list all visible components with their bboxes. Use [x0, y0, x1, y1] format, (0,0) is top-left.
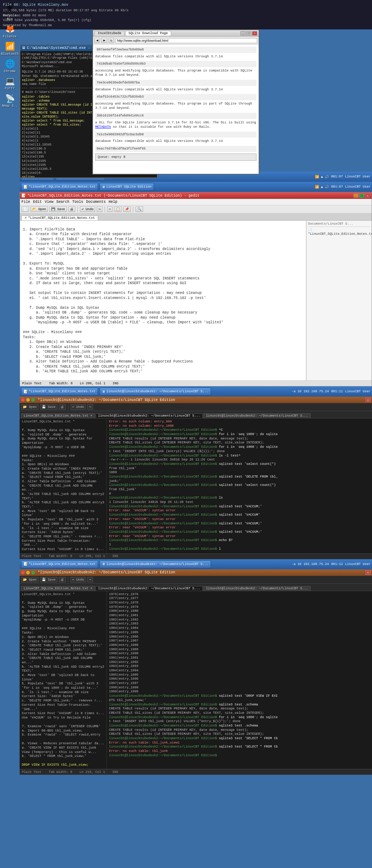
sidebar-item-putty[interactable]: 💻 PuTTY — [1, 75, 19, 91]
time-1: 001:07 — [331, 175, 343, 179]
forward-btn[interactable]: ▶ — [101, 38, 107, 43]
term-print-btn-3b[interactable]: 🖨 — [59, 577, 66, 582]
term-redo-btn-3b[interactable]: ↪ — [87, 577, 93, 582]
menu-file[interactable]: File — [21, 200, 30, 204]
term-pos-3b: Ln 219, Col 1 — [80, 770, 105, 774]
toolbar-sep-2 — [105, 206, 105, 212]
gedit-editor[interactable]: 1. Import File/File Data a. Create the f… — [20, 221, 306, 380]
sidebar-item-chrome[interactable]: 🌐 Chrome — [1, 58, 19, 74]
gedit-titlebar: 📝 *LinuxCBT_SQLite_Edition_Notes.txt (~D… — [20, 192, 372, 199]
term-print-btn-3a[interactable]: 🖨 — [59, 404, 66, 410]
menu-help[interactable]: Help — [109, 200, 117, 204]
user-3b: LinuxCBT User — [345, 562, 371, 566]
open-btn[interactable]: 📂 Open — [31, 206, 48, 212]
gedit-maximize-btn[interactable]: □ — [359, 193, 364, 198]
metadata-link[interactable]: METADATA — [95, 125, 111, 129]
notes-icon-3a: 📝 — [24, 390, 28, 394]
desktop: File 06: SQLite Miscellany.mov 173,958,5… — [0, 0, 372, 775]
video-detail-4: Generated by Thumbnail.me — [3, 23, 369, 28]
sidebar-item-bluetooth[interactable]: 📶 Bluetooth — [1, 40, 19, 57]
recycle-bin-label: Recycle Bin — [2, 14, 18, 21]
browser-tab-1[interactable]: InuxCbtubede — [94, 31, 125, 36]
filefox-label: FileFox — [3, 35, 17, 39]
term-save-btn-3b[interactable]: 💾 Save — [40, 577, 57, 582]
file-type: Plain Text — [22, 382, 42, 385]
terminal-tab-session1-3a[interactable]: linuxcbt@linuxcbtubudesk2: ~/Documents/L… — [96, 413, 203, 418]
content-line-17: f. Dump MySQL data in SQL Syntax — [23, 306, 99, 310]
tab-width: Tab Width: 8 — [49, 382, 73, 385]
sidebar-item-recycle-bin[interactable]: 🗑 Recycle Bin — [1, 2, 19, 22]
new-btn[interactable]: 📄 — [21, 206, 29, 212]
taskbar-btn-sqlite-ed-2[interactable]: 🖥 LinuxCBT SQLite Edition — [100, 183, 154, 191]
notes-icon-3b: 📝 — [24, 562, 28, 566]
tab-close-icon[interactable]: × — [25, 216, 27, 220]
terminal-dot-green-3b[interactable] — [31, 571, 35, 574]
terminal-close-3a[interactable]: × — [365, 398, 371, 402]
menu-tools[interactable]: Tools — [72, 200, 83, 204]
term-open-btn-3b[interactable]: 📂 Open — [21, 577, 39, 582]
terminal-dot-red[interactable] — [21, 398, 25, 402]
content-line-7 — [23, 257, 25, 261]
terminal-dot-yellow-3b[interactable] — [26, 571, 30, 574]
taskbar-btn-terminal-3b[interactable]: 🖥 linuxcbt@linuxcbtubudesk2: ~/Documents… — [100, 560, 211, 568]
taskbar-btn-notes-3a[interactable]: 📝 *LinuxCBT_SQLite_Edition_Notes.txt — [21, 388, 98, 396]
term-save-btn-3a[interactable]: 💾 Save — [40, 404, 57, 410]
term-undo-btn-3a[interactable]: ↩ Undo — [70, 404, 86, 410]
terminal-tab-session1-3b[interactable]: linuxcbt@linuxcbtubudesk2: ~/Documents/L… — [96, 586, 203, 591]
terminal-controls-3b: × — [365, 570, 371, 575]
terminal-dot-red-3b[interactable] — [21, 571, 25, 574]
url-input[interactable] — [116, 38, 257, 43]
sidebar-item-filefox[interactable]: 🦊 FileFox — [1, 23, 19, 40]
terminal-dot-yellow[interactable] — [26, 398, 30, 402]
terminal-tab-session2-3a[interactable]: linuxcbt@linuxcbtubudesk2: ~/Documents/L… — [203, 413, 311, 418]
terminal-tab-notes-3a[interactable]: LinuxCBT_SQLite_Edition_Notes.txt × — [21, 413, 95, 418]
terminal-tab-notes-3b[interactable]: LinuxCBT_SQLite_Edition_Notes.txt × — [21, 586, 95, 591]
section3b-container: 📝 *LinuxCBT_SQLite_Edition_Notes.txt 🖥 l… — [20, 559, 372, 775]
sidebar-item-nmap[interactable]: 📡 Nmap G.. — [1, 92, 19, 109]
main-area: 🖥 C:\Windows\System32\cmd.exe - sqlite3.… — [20, 29, 372, 775]
terminal-right-3a: Error: no such column: entry_999 Error: … — [107, 418, 372, 553]
taskbar-btn-notes-2[interactable]: 📝 *LinuxCBT_SQLite_Edition_Notes.txt — [21, 183, 98, 191]
terminal-left-3b: LinuxCBT_SQLite_Notes.txt * f. Dump MySQ… — [20, 591, 107, 769]
video-info-header: File 06: SQLite Miscellany.mov 173,958,5… — [0, 0, 372, 29]
menu-documents[interactable]: Documents — [86, 200, 106, 204]
browser-maximize-btn[interactable]: □ — [246, 31, 251, 36]
undo-btn[interactable]: ↩ Undo — [80, 206, 95, 212]
browser-minimize-btn[interactable]: _ — [240, 31, 246, 36]
gedit-close-btn[interactable]: × — [365, 193, 370, 198]
save-btn[interactable]: 💾 Save — [49, 206, 67, 212]
terminal-close-3b[interactable]: × — [365, 570, 371, 575]
menu-edit[interactable]: Edit — [33, 200, 42, 204]
term-redo-btn-3a[interactable]: ↪ — [87, 404, 93, 410]
menu-search[interactable]: Search — [56, 200, 69, 204]
taskbar-btn-notes-3b[interactable]: 📝 *LinuxCBT_SQLite_Edition_Notes.txt — [21, 560, 98, 568]
gedit-sidebar: Documents/LinuxCBT S... 📄 *LinuxCBT_SQLi… — [306, 221, 372, 380]
terminal-dot-green[interactable] — [31, 398, 35, 402]
hash-5: 3bb16156f244feb094149cc6 — [95, 113, 256, 119]
term-undo-btn-3b[interactable]: ↩ Undo — [70, 577, 86, 582]
browser-toolbar: ◀ ▶ ↻ — [93, 37, 259, 45]
cut-btn[interactable]: ✂ — [107, 206, 113, 212]
browser-close-btn[interactable]: × — [252, 31, 257, 36]
hash-7: 0eac76d78bcdf0a3f1fee9f65 — [95, 146, 256, 152]
gedit-statusbar: Plain Text Tab Width: 8 Ln 200, Col 1 IN… — [20, 380, 372, 386]
terminal-tab-session2-3b[interactable]: linuxcbt@linuxcbtubudesk2: ~/Documents/L… — [203, 586, 311, 591]
sidebar-file[interactable]: 📄 *LinuxCBT_SQLite_Edition_Notes.txt — [308, 228, 370, 236]
gedit-tab-notes[interactable]: × *LinuxCBT_SQLite_Edition_Notes.txt — [21, 216, 98, 220]
browser-tab-2[interactable]: SQLite Download Page — [125, 31, 171, 36]
gedit-title: *LinuxCBT_SQLite_Edition_Notes.txt (~Doc… — [27, 194, 199, 198]
term-sep-3b — [68, 577, 68, 582]
refresh-btn[interactable]: ↻ — [109, 38, 114, 43]
content-line-14: Set output file to contain INSERT statem… — [23, 291, 202, 295]
menu-view[interactable]: View — [45, 200, 53, 204]
redo-btn[interactable]: ↪ — [97, 206, 102, 212]
terminal-title-3a: *linuxcbt@linuxcbtubudesk2: ~/Documents/… — [38, 398, 175, 402]
find-btn[interactable]: 🔍 — [136, 206, 143, 212]
back-btn[interactable]: ◀ — [94, 38, 100, 43]
term-open-btn-3a[interactable]: 📂 Open — [21, 404, 39, 410]
gedit-minimize-btn[interactable]: _ — [353, 193, 359, 198]
copy-btn[interactable]: 📋 — [114, 206, 122, 212]
taskbar-btn-terminal-3a[interactable]: 🖥 linuxcbt@linuxcbtubudesk2: ~/Documents… — [100, 388, 211, 396]
paste-btn[interactable]: 📌 — [123, 206, 131, 212]
print-btn[interactable]: 🖨 — [68, 206, 75, 212]
